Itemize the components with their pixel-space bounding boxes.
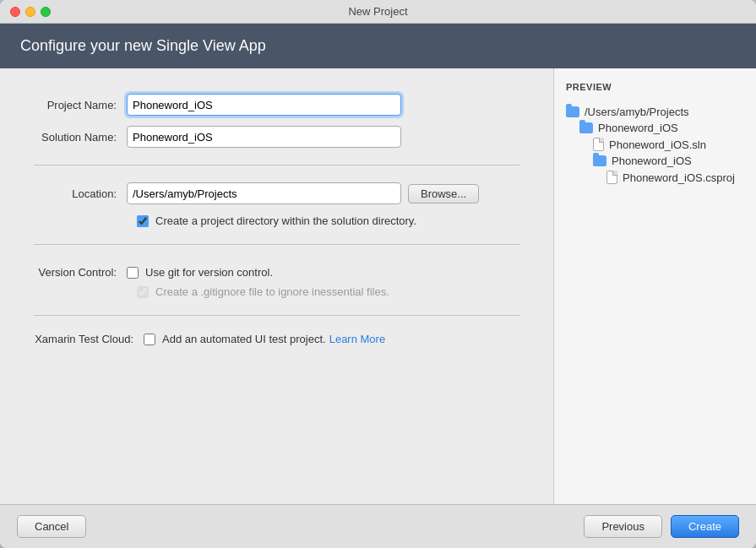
version-control-section: Version Control: Use git for version con… [34,262,519,316]
tree-item-label: Phoneword_iOS [612,155,692,167]
location-input[interactable] [127,182,401,204]
browse-button[interactable]: Browse... [408,184,479,203]
preview-title: PREVIEW [566,82,744,92]
gitignore-row: Create a .gitignore file to ignore iness… [34,285,519,298]
footer-left: Cancel [17,515,86,538]
xamarin-label: Xamarin Test Cloud: [34,333,144,345]
create-dir-row: Create a project directory within the so… [34,214,519,227]
footer-right: Previous Create [584,515,739,538]
tree-item-label: /Users/amyb/Projects [585,106,689,118]
file-icon [593,138,604,151]
folder-icon [579,122,593,133]
folder-icon [566,106,579,117]
location-label: Location: [34,187,127,200]
traffic-lights [10,7,51,17]
gitignore-checkbox [137,286,149,298]
project-name-input[interactable] [127,94,401,116]
location-row: Location: Browse... [34,182,519,204]
create-dir-checkbox[interactable] [137,215,149,227]
use-git-checkbox[interactable] [127,267,139,279]
xamarin-section: Xamarin Test Cloud: Add an automated UI … [34,333,519,362]
tree-item: Phoneword_iOS [566,120,744,136]
tree-item-label: Phoneword_iOS [598,122,678,134]
page-title: Configure your new Single View App [20,37,736,55]
project-name-row: Project Name: [34,94,519,116]
tree-item-label: Phoneword_iOS.csproj [623,171,735,184]
use-git-wrap: Use git for version control. [127,266,273,279]
content-area: Project Name: Solution Name: Location: B… [0,68,756,504]
preview-panel: PREVIEW /Users/amyb/Projects Phoneword_i… [553,68,756,504]
create-dir-label: Create a project directory within the so… [155,214,416,227]
location-section: Location: Browse... Create a project dir… [34,182,519,245]
xamarin-checkbox-wrap: Add an automated UI test project. Learn … [144,333,385,345]
tree-item: Phoneword_iOS [566,153,744,169]
window-title: New Project [348,5,407,18]
minimize-button[interactable] [25,7,35,17]
folder-icon [593,155,606,166]
vc-row: Version Control: Use git for version con… [34,266,519,279]
title-bar: New Project [0,0,756,24]
use-git-label: Use git for version control. [145,266,273,279]
solution-name-row: Solution Name: [34,126,519,148]
cancel-button[interactable]: Cancel [17,515,86,538]
solution-name-label: Solution Name: [34,131,127,144]
create-button[interactable]: Create [671,515,739,538]
tree-item: Phoneword_iOS.sln [566,136,744,153]
maximize-button[interactable] [41,7,51,17]
project-name-label: Project Name: [34,99,127,111]
xamarin-checkbox[interactable] [144,334,155,345]
gitignore-label: Create a .gitignore file to ignore iness… [155,285,389,298]
solution-name-input[interactable] [127,126,401,148]
vc-label: Version Control: [34,266,127,279]
xamarin-learn-more-link[interactable]: Learn More [329,333,385,345]
file-icon [606,171,617,184]
tree-item: /Users/amyb/Projects [566,104,744,120]
xamarin-text: Add an automated UI test project. [162,333,326,345]
name-section: Project Name: Solution Name: [34,94,519,165]
close-button[interactable] [10,7,20,17]
xamarin-row: Xamarin Test Cloud: Add an automated UI … [34,333,519,345]
form-panel: Project Name: Solution Name: Location: B… [0,68,553,504]
tree-item-label: Phoneword_iOS.sln [609,138,706,151]
main-window: New Project Configure your new Single Vi… [0,0,756,548]
previous-button[interactable]: Previous [584,515,662,538]
tree-item: Phoneword_iOS.csproj [566,169,744,186]
footer: Cancel Previous Create [0,504,756,548]
header-banner: Configure your new Single View App [0,24,756,68]
